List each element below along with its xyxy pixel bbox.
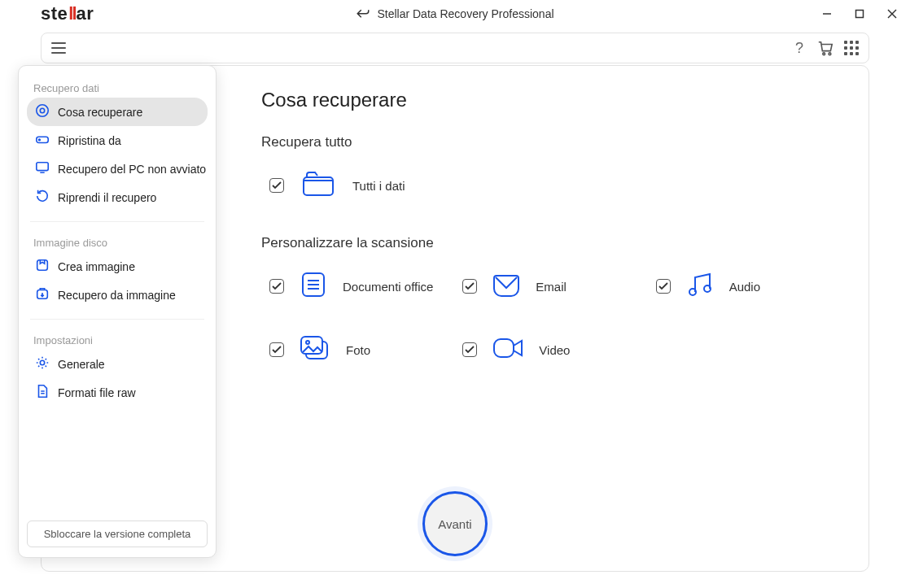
unlock-full-version-button[interactable]: Sbloccare la versione completa <box>27 520 208 547</box>
svg-point-20 <box>39 139 41 141</box>
menu-button[interactable] <box>50 39 68 57</box>
sidebar-item-label: Recupero del PC non avviato <box>58 163 206 176</box>
minimize-button[interactable] <box>820 7 833 20</box>
sidebar: Recupero dati Cosa recuperare Ripristina… <box>18 65 217 558</box>
photo-icon <box>299 334 331 365</box>
sidebar-group-image: Immagine disco <box>27 232 208 252</box>
disk-recover-icon <box>35 286 50 303</box>
gear-icon <box>35 355 50 372</box>
unlock-label: Sbloccare la versione completa <box>44 528 191 540</box>
sidebar-item-create-image[interactable]: Crea immagine <box>27 252 208 281</box>
target-icon <box>35 103 50 120</box>
back-icon[interactable] <box>356 7 370 21</box>
document-icon <box>299 271 328 302</box>
checkbox-video[interactable] <box>462 342 477 357</box>
sidebar-group-recovery: Recupero dati <box>27 77 208 98</box>
sidebar-item-label: Cosa recuperare <box>58 106 142 119</box>
logo-text: ar <box>77 3 94 24</box>
item-office: Documenti office <box>269 271 443 302</box>
app-logo: stellar <box>41 3 94 24</box>
cart-button[interactable] <box>816 39 834 57</box>
sidebar-item-label: Formati file raw <box>58 386 136 399</box>
checkbox-office[interactable] <box>269 279 284 294</box>
section-recover-all: Recupera tutto <box>261 134 829 150</box>
item-audio: Audio <box>656 271 829 302</box>
audio-label: Audio <box>729 280 760 294</box>
svg-rect-1 <box>856 11 864 18</box>
svg-point-17 <box>37 105 48 116</box>
sidebar-item-recover-from-image[interactable]: Recupero da immagine <box>27 281 208 309</box>
section-customize: Personalizzare la scansione <box>261 235 829 251</box>
resume-icon <box>35 189 50 206</box>
page-title: Cosa recuperare <box>261 89 829 111</box>
toolbar: ? <box>41 33 869 63</box>
checkbox-all-data[interactable] <box>269 178 284 193</box>
sidebar-item-label: Recupero da immagine <box>58 289 176 302</box>
monitor-icon <box>35 160 50 177</box>
item-email: Email <box>462 271 636 302</box>
all-data-label: Tutti i dati <box>352 179 405 193</box>
item-video: Video <box>462 334 636 365</box>
next-button[interactable]: Avanti <box>422 491 488 556</box>
drive-icon <box>35 132 50 149</box>
apps-button[interactable] <box>842 39 860 57</box>
help-button[interactable]: ? <box>790 39 808 57</box>
sidebar-item-label: Ripristina da <box>58 134 121 147</box>
email-icon <box>492 271 521 302</box>
video-icon <box>492 334 524 365</box>
next-label: Avanti <box>438 517 471 531</box>
svg-rect-21 <box>37 163 48 171</box>
svg-point-4 <box>823 53 825 55</box>
checkbox-audio[interactable] <box>656 279 671 294</box>
maximize-button[interactable] <box>853 7 866 20</box>
sidebar-item-label: Generale <box>58 358 105 371</box>
sidebar-item-raw-formats[interactable]: Formati file raw <box>27 378 208 407</box>
svg-point-5 <box>829 53 831 55</box>
item-photo: Foto <box>269 334 443 365</box>
office-label: Documenti office <box>343 280 433 294</box>
svg-point-18 <box>40 108 44 112</box>
folder-icon <box>302 170 335 201</box>
audio-icon <box>685 271 715 302</box>
app-title: Stellar Data Recovery Professional <box>377 7 553 20</box>
sidebar-item-nonbooting[interactable]: Recupero del PC non avviato <box>27 155 208 183</box>
close-button[interactable] <box>886 7 899 20</box>
checkbox-photo[interactable] <box>269 342 284 357</box>
sidebar-group-settings: Impostazioni <box>27 329 208 350</box>
titlebar: stellar Stellar Data Recovery Profession… <box>0 0 910 28</box>
sidebar-item-recover-from[interactable]: Ripristina da <box>27 126 208 155</box>
email-label: Email <box>536 280 567 294</box>
sidebar-item-resume[interactable]: Riprendi il recupero <box>27 183 208 211</box>
file-list-icon <box>35 384 50 401</box>
sidebar-item-what-to-recover[interactable]: Cosa recuperare <box>27 98 208 126</box>
checkbox-email[interactable] <box>462 279 477 294</box>
video-label: Video <box>539 343 570 357</box>
svg-rect-16 <box>494 339 514 357</box>
logo-text: ste <box>41 3 68 24</box>
sidebar-item-general[interactable]: Generale <box>27 350 208 378</box>
logo-accent: ll <box>68 3 76 24</box>
photo-label: Foto <box>346 343 370 357</box>
svg-point-25 <box>40 360 44 364</box>
disk-image-icon <box>35 258 50 275</box>
sidebar-item-label: Crea immagine <box>58 260 135 273</box>
sidebar-item-label: Riprendi il recupero <box>58 191 156 204</box>
